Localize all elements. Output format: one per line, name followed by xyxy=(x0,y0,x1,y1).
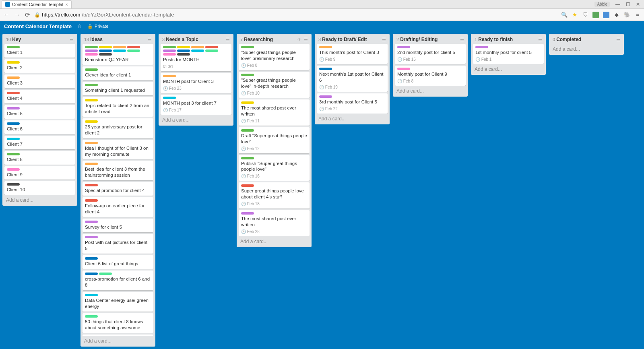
label-purple xyxy=(475,46,488,48)
card[interactable]: Client 4 xyxy=(4,90,75,103)
window-close-icon[interactable]: ✕ xyxy=(636,2,640,7)
card[interactable]: Next month's 1st post for Client 6🕑 Feb … xyxy=(317,66,388,92)
browser-tab[interactable]: Content Calendar Templat × xyxy=(2,0,72,8)
card[interactable]: The most shared post ever written🕑 Feb 1… xyxy=(239,99,310,126)
card[interactable]: Client 8 xyxy=(4,151,75,165)
user-badge[interactable]: Abbie xyxy=(594,2,610,7)
card[interactable]: Client 10 xyxy=(4,181,75,195)
extension-icon[interactable] xyxy=(603,12,609,18)
board-canvas[interactable]: 10Key☰Client 1Client 2Client 3Client 4Cl… xyxy=(0,31,644,349)
card[interactable]: MONTH post for Client 3🕑 Feb 23 xyxy=(161,73,231,93)
add-card-button[interactable]: Add a card... xyxy=(83,336,153,345)
card[interactable]: Data Center energy use/ green energy xyxy=(83,292,153,312)
list-header[interactable]: 3Ready to Draft/ Edit☰ xyxy=(317,36,388,44)
card[interactable]: Survey for client 5 xyxy=(83,219,153,232)
card[interactable]: Publish "Super great things people love"… xyxy=(239,155,310,181)
card[interactable]: cross-promotion for client 6 and 8 xyxy=(83,271,153,290)
cards-container: Client 1Client 2Client 3Client 4Client 5… xyxy=(4,44,75,195)
list: 3Ready to Draft/ Edit☰This month's post … xyxy=(315,34,390,124)
extension-icon[interactable] xyxy=(592,12,599,18)
card-title: Idea I thought of for Client 3 on my mor… xyxy=(85,145,151,157)
chrome-menu-icon[interactable]: ≡ xyxy=(634,12,641,18)
list-menu-icon[interactable]: ☰ xyxy=(460,37,464,42)
card[interactable]: Something client 1 requested xyxy=(83,82,153,95)
list-menu-icon[interactable]: ☰ xyxy=(226,37,230,42)
card[interactable]: Client 1 xyxy=(4,44,75,58)
card[interactable]: Topic related to client 2 from an articl… xyxy=(83,97,153,117)
card[interactable]: Draft "Super great things people love"🕑 … xyxy=(239,127,310,153)
card[interactable]: Brainstorm Q# YEAR xyxy=(83,44,153,65)
card[interactable]: Follow-up on earlier piece for client 4 xyxy=(83,197,153,217)
add-card-button[interactable]: Add a card... xyxy=(4,195,75,204)
card[interactable]: 1st monthly post for client 5🕑 Feb 1 xyxy=(473,44,544,64)
list-header[interactable]: 1Ready to finish☰ xyxy=(473,36,544,44)
card[interactable]: Client 7 xyxy=(4,136,75,149)
due-date-badge: 🕑 Feb 19 xyxy=(319,85,338,90)
card[interactable]: Monthly post for Client 9🕑 Feb 8 xyxy=(395,66,466,86)
board-header: Content Calendar Template ☆ 🔒 Private xyxy=(0,21,644,31)
checklist-badge: ☑ 0/1 xyxy=(163,64,173,69)
card[interactable]: Client 2 xyxy=(4,59,75,73)
add-card-button[interactable]: Add a card... xyxy=(239,236,310,245)
card[interactable]: Client 3 xyxy=(4,74,75,88)
card[interactable]: Posts for MONTH☑ 0/1 xyxy=(161,44,231,71)
list-header[interactable]: 18Ideas☰ xyxy=(83,36,153,44)
card-badges: 🕑 Feb 19 xyxy=(319,85,385,90)
label-red xyxy=(85,184,98,186)
add-card-button[interactable]: Add a card... xyxy=(161,115,231,124)
pocket-icon[interactable]: ⛉ xyxy=(582,12,588,18)
card[interactable]: Client 6 xyxy=(4,120,75,134)
card[interactable]: MONTH post 3 for client 7🕑 Feb 17 xyxy=(161,95,231,115)
add-card-button[interactable]: Add a card... xyxy=(395,86,466,95)
tab-close-icon[interactable]: × xyxy=(66,2,68,7)
list-menu-icon[interactable]: ☰ xyxy=(382,37,386,42)
add-card-button[interactable]: Add a card... xyxy=(473,64,544,73)
card[interactable]: "Super great things people love" in-dept… xyxy=(239,72,310,98)
extension-icon[interactable]: ◆ xyxy=(613,12,620,18)
board-privacy[interactable]: 🔒 Private xyxy=(87,24,108,29)
card[interactable]: Clever idea for client 1 xyxy=(83,66,153,80)
card[interactable]: Idea I thought of for Client 3 on my mor… xyxy=(83,140,153,159)
list: 18Ideas☰Brainstorm Q# YEARClever idea fo… xyxy=(80,34,155,347)
card[interactable]: 25 year anniversary post for client 2 xyxy=(83,118,153,138)
list-header[interactable]: 7Researching👁☰ xyxy=(239,36,310,44)
bookmark-star-icon[interactable]: ★ xyxy=(572,12,578,18)
list-menu-icon[interactable]: ☰ xyxy=(304,37,308,42)
list-header[interactable]: 2Drafting/ Editing☰ xyxy=(395,36,466,44)
label-green xyxy=(85,68,98,71)
card[interactable]: Super great things people love about cli… xyxy=(239,182,310,209)
card[interactable]: Special promotion for client 4 xyxy=(83,182,153,196)
board-name[interactable]: Content Calendar Template xyxy=(4,23,72,29)
list-header[interactable]: 10Key☰ xyxy=(4,36,75,44)
board-star-icon[interactable]: ☆ xyxy=(77,23,82,29)
nav-back-icon[interactable]: ← xyxy=(3,11,9,18)
card[interactable]: "Super great things people love" prelimi… xyxy=(239,44,310,70)
url-host: trello.com xyxy=(58,12,80,18)
add-card-button[interactable]: Add a card... xyxy=(317,114,388,122)
nav-reload-icon[interactable]: ⟳ xyxy=(25,11,30,19)
card[interactable]: 50 things that client 8 knows about some… xyxy=(83,313,153,333)
list-menu-icon[interactable]: ☰ xyxy=(538,37,542,42)
window-minimize-icon[interactable]: — xyxy=(615,2,620,7)
list-menu-icon[interactable]: ☰ xyxy=(616,37,620,42)
list-menu-icon[interactable]: ☰ xyxy=(70,37,74,42)
card[interactable]: 2nd monthly post for client 5🕑 Feb 15 xyxy=(395,44,466,64)
evernote-icon[interactable]: 🐘 xyxy=(624,12,630,18)
window-maximize-icon[interactable]: ☐ xyxy=(626,2,630,7)
url-box[interactable]: 🔒 https://trello.com/b/dYzGorXL/content-… xyxy=(34,12,557,18)
list-header[interactable]: 0Completed☰ xyxy=(551,36,622,44)
card[interactable]: Best idea for client 3 from the brainsto… xyxy=(83,161,153,180)
card[interactable]: Client 5 xyxy=(4,105,75,119)
card[interactable]: The most shared post ever written🕑 Feb 2… xyxy=(239,210,310,236)
label-blue xyxy=(85,273,98,275)
zoom-icon[interactable]: 🔍 xyxy=(561,12,568,18)
card[interactable]: This month's post for Client 3🕑 Feb 9 xyxy=(317,44,388,64)
card[interactable]: Post with cat pictures for client 5 xyxy=(83,234,153,254)
add-card-button[interactable]: Add a card... xyxy=(551,44,622,53)
list-menu-icon[interactable]: ☰ xyxy=(148,37,152,42)
nav-forward-icon[interactable]: → xyxy=(14,11,20,18)
card[interactable]: 3rd monthly post for Client 5🕑 Feb 22 xyxy=(317,93,388,114)
list-header[interactable]: 3Needs a Topic☰ xyxy=(161,36,231,44)
card[interactable]: Client 9 xyxy=(4,166,75,180)
card[interactable]: Client 6 list of great things xyxy=(83,255,153,269)
